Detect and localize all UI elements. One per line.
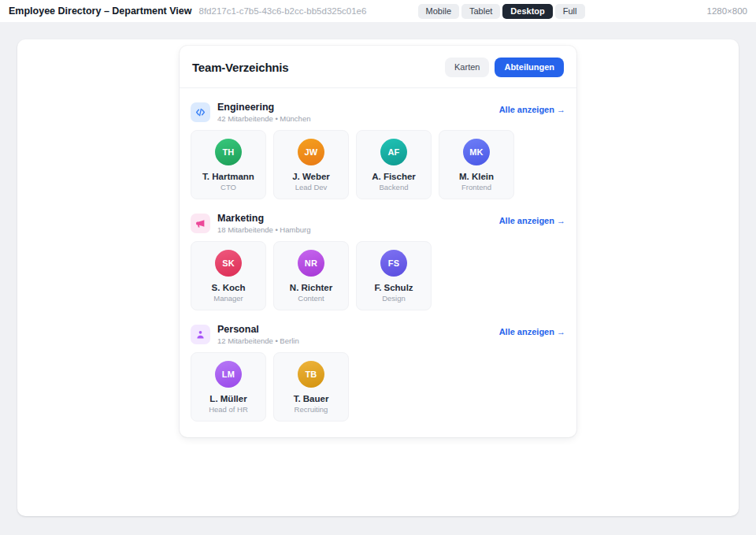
page-title: Employee Directory – Department View	[9, 6, 192, 17]
employee-grid: SK S. Koch Manager NR N. Richter Content…	[191, 241, 565, 310]
employee-role: Backend	[360, 184, 428, 191]
view-toggle-group: KartenAbteilungen	[439, 58, 564, 77]
employee-name: M. Klein	[443, 172, 510, 181]
avatar: NR	[298, 250, 324, 277]
employee-card[interactable]: AF A. Fischer Backend	[356, 130, 432, 199]
department-name: Marketing	[217, 213, 310, 224]
directory-title: Team-Verzeichnis	[192, 61, 288, 74]
department-sections: Engineering 42 Mitarbeitende • München A…	[180, 102, 576, 422]
employee-name: N. Richter	[277, 283, 345, 292]
department-meta: 12 Mitarbeitende • Berlin	[217, 337, 299, 345]
employee-name: F. Schulz	[360, 283, 428, 292]
megaphone-icon	[191, 214, 210, 233]
avatar: TB	[298, 361, 324, 388]
employee-card[interactable]: NR N. Richter Content	[273, 241, 349, 310]
see-all-link[interactable]: Alle anzeigen →	[499, 216, 565, 225]
employee-card[interactable]: TH T. Hartmann CTO	[191, 130, 266, 199]
department-name: Personal	[217, 324, 299, 335]
employee-card[interactable]: LM L. Müller Head of HR	[191, 352, 266, 422]
see-all-link[interactable]: Alle anzeigen →	[499, 105, 565, 114]
viewport-button-mobile[interactable]: Mobile	[418, 4, 459, 19]
viewport-switcher: MobileTabletDesktopFull	[416, 4, 585, 19]
employee-name: J. Weber	[277, 172, 345, 181]
employee-name: A. Fischer	[360, 172, 428, 181]
employee-role: Lead Dev	[277, 184, 345, 191]
viewport-button-desktop[interactable]: Desktop	[502, 4, 552, 19]
team-directory-card: Team-Verzeichnis KartenAbteilungen Engin…	[180, 46, 576, 437]
department-name: Engineering	[217, 102, 310, 113]
department-header: Engineering 42 Mitarbeitende • München A…	[191, 102, 565, 123]
avatar: SK	[215, 250, 242, 277]
avatar: FS	[380, 250, 407, 277]
viewport-button-tablet[interactable]: Tablet	[461, 4, 500, 19]
employee-name: S. Koch	[195, 283, 262, 292]
employee-name: L. Müller	[195, 394, 262, 403]
avatar: JW	[298, 139, 324, 165]
employee-role: CTO	[195, 184, 262, 191]
employee-role: Head of HR	[195, 406, 262, 414]
employee-card[interactable]: JW J. Weber Lead Dev	[273, 130, 349, 199]
department-section: Engineering 42 Mitarbeitende • München A…	[180, 102, 576, 199]
department-header: Marketing 18 Mitarbeitende • Hamburg All…	[191, 213, 565, 234]
avatar: LM	[215, 361, 242, 388]
department-meta: 18 Mitarbeitende • Hamburg	[217, 226, 310, 234]
employee-role: Frontend	[443, 184, 510, 191]
avatar: TH	[215, 139, 242, 165]
employee-grid: LM L. Müller Head of HR TB T. Bauer Recr…	[191, 352, 565, 422]
employee-role: Design	[360, 295, 428, 303]
department-section: Marketing 18 Mitarbeitende • Hamburg All…	[180, 213, 576, 310]
employee-card[interactable]: SK S. Koch Manager	[191, 241, 266, 310]
view-button-karten[interactable]: Karten	[445, 58, 489, 77]
see-all-link[interactable]: Alle anzeigen →	[499, 327, 565, 336]
viewport-button-full[interactable]: Full	[555, 4, 585, 19]
directory-header: Team-Verzeichnis KartenAbteilungen	[180, 46, 576, 88]
avatar: AF	[380, 139, 407, 165]
top-bar: Employee Directory – Department View 8fd…	[0, 0, 756, 22]
page-uuid: 8fd217c1-c7b5-43c6-b2cc-bb5d325c01e6	[199, 6, 367, 16]
preview-frame: Team-Verzeichnis KartenAbteilungen Engin…	[17, 39, 739, 516]
employee-name: T. Hartmann	[195, 172, 262, 181]
employee-name: T. Bauer	[277, 394, 345, 403]
employee-role: Manager	[195, 295, 262, 303]
view-button-abteilungen[interactable]: Abteilungen	[495, 58, 564, 77]
code-icon	[191, 102, 210, 122]
department-meta: 42 Mitarbeitende • München	[217, 115, 310, 123]
department-header: Personal 12 Mitarbeitende • Berlin Alle …	[191, 324, 565, 345]
employee-card[interactable]: FS F. Schulz Design	[356, 241, 432, 310]
department-section: Personal 12 Mitarbeitende • Berlin Alle …	[180, 324, 576, 422]
employee-card[interactable]: MK M. Klein Frontend	[439, 130, 514, 199]
employee-card[interactable]: TB T. Bauer Recruiting	[273, 352, 349, 422]
people-icon	[191, 325, 210, 344]
employee-role: Recruiting	[277, 406, 345, 414]
employee-grid: TH T. Hartmann CTO JW J. Weber Lead Dev …	[191, 130, 565, 199]
employee-role: Content	[277, 295, 345, 303]
resolution-label: 1280×800	[707, 6, 748, 16]
avatar: MK	[463, 139, 490, 165]
